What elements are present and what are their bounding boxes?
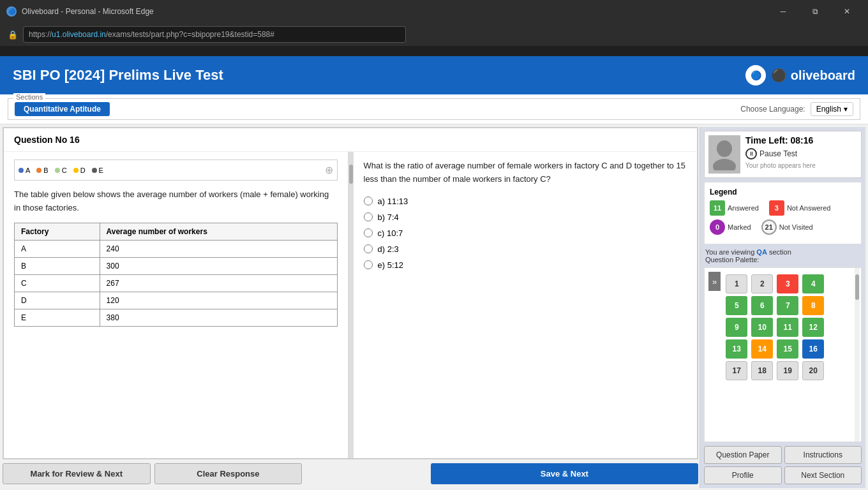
question-right-panel: What is the ratio of average number of f… [354,152,698,458]
option-e-radio[interactable] [364,260,373,269]
legend-e: E [92,167,103,174]
palette-q18[interactable]: 18 [751,361,773,380]
url-path: /exams/tests/part.php?c=sbipopre19&testi… [106,30,274,39]
avatar [708,135,740,174]
scroll-thumb[interactable] [349,165,353,184]
legend-b-label: B [43,167,48,174]
legend-box: Legend 11 Answered 3 Not Answered 0 Mark… [704,182,862,244]
chart-legend: A B C D [14,160,338,181]
palette-q1[interactable]: 1 [726,274,747,293]
window-controls[interactable]: ─ ⧉ ✕ [768,3,862,20]
legend-a-label: A [26,167,30,174]
palette-q17[interactable]: 17 [726,361,747,380]
answered-badge: 11 [710,200,725,216]
palette-scroll-thumb[interactable] [855,274,859,300]
palette-q20[interactable]: 20 [802,361,824,380]
dot-e [92,168,97,173]
option-b[interactable]: b) 7:4 [364,212,687,222]
workers-c: 267 [100,274,337,292]
palette-q16[interactable]: 16 [802,339,824,359]
restore-button[interactable]: ⧉ [800,3,830,20]
option-c-radio[interactable] [364,228,373,237]
table-row: C267 [15,274,338,292]
next-section-button[interactable]: Next Section [784,466,862,484]
option-e[interactable]: e) 5:12 [364,260,687,270]
quantitative-aptitude-tab[interactable]: Quantitative Aptitude [15,102,110,116]
palette-q10[interactable]: 10 [751,318,773,337]
palette-q2[interactable]: 2 [751,274,773,293]
palette-q14[interactable]: 14 [751,339,773,359]
minimize-button[interactable]: ─ [768,3,798,20]
table-row: D120 [15,292,338,309]
chevron-down-icon: ▾ [844,105,848,114]
dot-c [55,168,60,173]
instructions-button[interactable]: Instructions [784,446,862,464]
option-b-label: b) 7:4 [378,212,399,222]
palette-q19[interactable]: 19 [777,361,798,380]
logo-name: ⚫ oliveboard [771,68,855,83]
pause-test-button[interactable]: ⏸ Pause Test [745,148,857,160]
app-header: SBI PO [2024] Prelims Live Test 🔵 ⚫ oliv… [0,56,868,94]
svg-point-1 [713,159,736,170]
palette-q8[interactable]: 8 [802,296,824,315]
palette-q7[interactable]: 7 [777,296,798,315]
palette-q11[interactable]: 11 [777,318,798,337]
palette-q4[interactable]: 4 [802,274,824,293]
url-input[interactable]: https://u1.oliveboard.in/exams/tests/par… [23,26,406,43]
legend-c-label: C [62,167,67,174]
right-bottom-buttons: Question Paper Instructions Profile Next… [704,446,862,484]
language-selector[interactable]: Choose Language: English ▾ [740,102,853,116]
workers-d: 120 [100,292,337,309]
option-a-radio[interactable] [364,197,373,205]
question-paper-button[interactable]: Question Paper [704,446,782,464]
dot-b [36,168,41,173]
factory-d: D [15,292,100,309]
save-next-button[interactable]: Save & Next [431,463,698,484]
not-answered-label: Not Answered [787,204,830,212]
right-btn-row-2: Profile Next Section [704,466,862,484]
timer-section: Time Left: 08:16 ⏸ Pause Test Your photo… [745,135,857,174]
url-domain: u1.oliveboard.in [52,30,106,39]
close-button[interactable]: ✕ [832,3,862,20]
palette-q12[interactable]: 12 [802,318,824,337]
not-visited-badge: 21 [761,219,777,235]
palette-scrollbar[interactable] [855,268,860,442]
option-d-radio[interactable] [364,244,373,253]
palette-q3[interactable]: 3 [777,274,798,293]
table-row: E380 [15,309,338,326]
browser-title: Oliveboard - Personal - Microsoft Edge [22,7,763,16]
palette-q15[interactable]: 15 [777,339,798,359]
not-visited-legend: 21 Not Visited [761,219,813,235]
palette-q6[interactable]: 6 [751,296,773,315]
vertical-scrollbar[interactable] [348,152,354,458]
user-timer-box: Time Left: 08:16 ⏸ Pause Test Your photo… [704,131,862,178]
passage-text: The table given below shows the average … [14,188,338,215]
answered-legend: 11 Answered [710,200,759,216]
option-a[interactable]: a) 11:13 [364,197,687,206]
legend-a: A [19,167,30,174]
palette-q9[interactable]: 9 [726,318,747,337]
pause-icon: ⏸ [745,148,757,160]
language-dropdown[interactable]: English ▾ [811,102,853,116]
mark-review-button[interactable]: Mark for Review & Next [3,463,151,484]
factory-c: C [15,274,100,292]
option-c-label: c) 10:7 [378,228,403,238]
section-info: You are viewing QA section Question Pale… [704,248,862,264]
svg-point-0 [717,140,732,157]
palette-q5[interactable]: 5 [726,296,747,315]
option-a-label: a) 11:13 [378,197,408,206]
question-panel: Question No 16 A B [3,127,698,459]
address-bar: 🔒 https://u1.oliveboard.in/exams/tests/p… [0,23,868,46]
section-name: QA [756,248,767,256]
lock-icon: 🔒 [8,30,18,40]
option-d[interactable]: d) 2:3 [364,244,687,254]
clear-response-button[interactable]: Clear Response [154,463,303,484]
language-label: Choose Language: [740,105,805,114]
options-list: a) 11:13 b) 7:4 c) 10:7 [364,197,687,270]
option-b-radio[interactable] [364,212,373,221]
option-c[interactable]: c) 10:7 [364,228,687,238]
legend-c: C [55,167,67,174]
palette-q13[interactable]: 13 [726,339,747,359]
expand-palette-button[interactable]: » [708,272,721,291]
profile-button[interactable]: Profile [704,466,782,484]
